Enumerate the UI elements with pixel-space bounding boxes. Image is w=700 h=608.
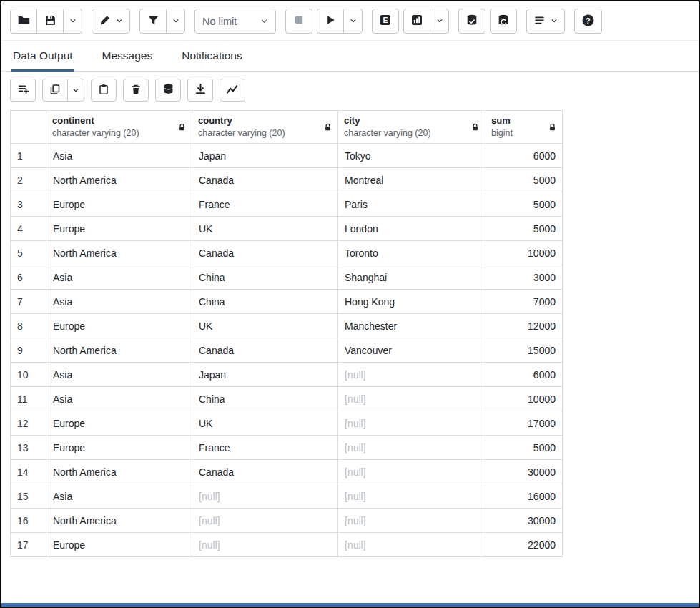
grid-cell[interactable]: 5000 [485,168,563,192]
grid-cell[interactable]: 30000 [485,509,563,533]
grid-cell[interactable]: North America [46,338,192,363]
row-number[interactable]: 12 [11,411,46,436]
row-limit-select[interactable]: No limit [194,9,276,34]
edit-menu-button[interactable] [92,9,130,34]
help-button[interactable]: ? [574,9,602,34]
grid-cell[interactable]: 30000 [485,460,563,484]
explain-menu-button[interactable] [430,9,449,34]
copy-menu-button[interactable] [67,79,84,102]
macros-menu-button[interactable] [526,9,565,34]
delete-row-button[interactable] [123,79,149,102]
column-header-sum[interactable]: sum bigint [485,111,563,144]
grid-cell[interactable]: [null] [338,484,485,509]
grid-cell[interactable]: North America [46,168,192,192]
grid-cell[interactable]: Asia [46,387,192,411]
grid-cell[interactable]: 5000 [485,217,563,241]
cancel-query-button[interactable] [285,9,312,34]
row-number[interactable]: 9 [11,338,46,363]
row-number[interactable]: 5 [11,241,46,265]
rollback-button[interactable] [490,9,517,34]
row-number[interactable]: 1 [11,144,46,168]
grid-cell[interactable]: France [192,436,338,460]
row-number[interactable]: 14 [11,460,46,484]
row-number[interactable]: 4 [11,217,46,241]
grid-cell[interactable]: UK [192,217,338,241]
add-row-button[interactable] [10,79,36,102]
grid-cell[interactable]: Europe [46,314,192,338]
grid-cell[interactable]: 3000 [485,265,563,290]
commit-button[interactable] [458,9,485,34]
filter-button[interactable] [139,9,167,34]
grid-cell[interactable]: 10000 [485,387,563,411]
grid-cell[interactable]: [null] [338,387,485,411]
save-menu-button[interactable] [63,9,82,34]
grid-cell[interactable]: [null] [338,533,485,557]
grid-cell[interactable]: Asia [46,290,192,314]
execute-menu-button[interactable] [343,9,363,34]
grid-cell[interactable]: North America [46,241,192,265]
row-number[interactable]: 8 [11,314,46,338]
save-data-button[interactable] [155,79,181,102]
grid-cell[interactable]: Canada [192,338,338,363]
grid-cell[interactable]: UK [192,411,338,436]
tab-notifications[interactable]: Notifications [180,41,243,71]
grid-cell[interactable]: 6000 [485,144,563,168]
grid-cell[interactable]: London [338,217,485,241]
grid-cell[interactable]: 22000 [485,533,563,557]
grid-cell[interactable]: [null] [192,509,338,533]
grid-cell[interactable]: North America [46,509,192,533]
row-number[interactable]: 17 [11,533,46,557]
grid-cell[interactable]: Europe [46,411,192,436]
grid-cell[interactable]: China [192,265,338,290]
grid-cell[interactable]: Canada [192,241,338,265]
grid-cell[interactable]: China [192,290,338,314]
download-csv-button[interactable] [187,79,213,102]
filter-menu-button[interactable] [166,9,185,34]
grid-cell[interactable]: [null] [192,484,338,509]
grid-cell[interactable]: Shanghai [338,265,485,290]
tab-data-output[interactable]: Data Output [11,41,74,71]
grid-cell[interactable]: 5000 [485,436,563,460]
grid-cell[interactable]: Hong Kong [338,290,485,314]
grid-cell[interactable]: Montreal [338,168,485,192]
grid-cell[interactable]: 12000 [485,314,563,338]
grid-cell[interactable]: Europe [46,436,192,460]
grid-cell[interactable]: Vancouver [338,338,485,363]
execute-button[interactable] [317,9,344,34]
grid-cell[interactable]: 7000 [485,290,563,314]
column-header-city[interactable]: city character varying (20) [338,111,485,144]
column-header-continent[interactable]: continent character varying (20) [46,111,192,144]
grid-cell[interactable]: Manchester [338,314,485,338]
grid-cell[interactable]: [null] [338,436,485,460]
row-number[interactable]: 7 [11,290,46,314]
grid-cell[interactable]: North America [46,460,192,484]
row-number[interactable]: 13 [11,436,46,460]
grid-cell[interactable]: 5000 [485,192,563,217]
grid-cell[interactable]: France [192,192,338,217]
open-file-button[interactable] [10,9,37,34]
row-number[interactable]: 15 [11,484,46,509]
grid-cell[interactable]: Japan [192,363,338,387]
grid-cell[interactable]: [null] [338,363,485,387]
row-number[interactable]: 16 [11,509,46,533]
tab-messages[interactable]: Messages [101,41,154,71]
copy-button[interactable] [42,79,68,102]
grid-cell[interactable]: 16000 [485,484,563,509]
row-number[interactable]: 10 [11,363,46,387]
explain-analyze-button[interactable] [403,9,430,34]
grid-cell[interactable]: Toronto [338,241,485,265]
row-number[interactable]: 6 [11,265,46,290]
grid-cell[interactable]: Tokyo [338,144,485,168]
grid-cell[interactable]: [null] [338,411,485,436]
grid-cell[interactable]: [null] [192,533,338,557]
grid-cell[interactable]: 15000 [485,338,563,363]
grid-cell[interactable]: [null] [338,460,485,484]
grid-cell[interactable]: China [192,387,338,411]
grid-cell[interactable]: Paris [338,192,485,217]
grid-cell[interactable]: 17000 [485,411,563,436]
grid-cell[interactable]: Asia [46,265,192,290]
grid-cell[interactable]: Canada [192,460,338,484]
grid-cell[interactable]: 10000 [485,241,563,265]
grid-cell[interactable]: Asia [46,363,192,387]
row-number[interactable]: 2 [11,168,46,192]
